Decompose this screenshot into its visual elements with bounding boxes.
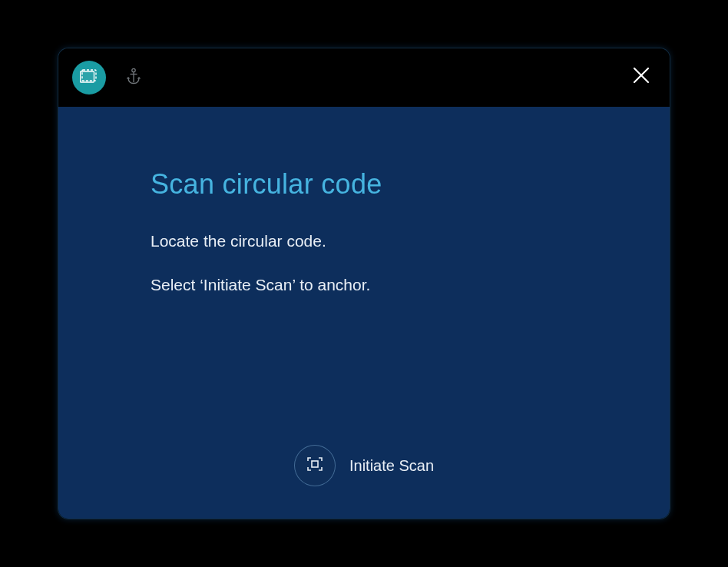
- dialog-header: [58, 48, 670, 107]
- initiate-scan-button[interactable]: Initiate Scan: [294, 445, 434, 486]
- initiate-scan-label: Initiate Scan: [349, 457, 434, 475]
- svg-rect-1: [81, 71, 94, 82]
- anchor-icon: [126, 68, 141, 88]
- svg-rect-7: [312, 461, 318, 467]
- instruction-text-2: Select ‘Initiate Scan’ to anchor.: [151, 274, 577, 296]
- dialog-panel: Scan circular code Locate the circular c…: [58, 48, 670, 519]
- tab-scan[interactable]: [72, 61, 106, 94]
- action-bar: Initiate Scan: [58, 445, 670, 486]
- tab-anchor[interactable]: [117, 61, 151, 94]
- page-title: Scan circular code: [151, 168, 577, 201]
- scan-target-icon: [306, 455, 324, 476]
- instruction-text-1: Locate the circular code.: [151, 230, 577, 252]
- close-icon: [631, 65, 651, 88]
- scan-frame-icon: [80, 68, 98, 87]
- close-button[interactable]: [630, 65, 653, 88]
- svg-point-2: [132, 68, 135, 71]
- scan-icon-circle: [294, 445, 336, 486]
- dialog-content: Scan circular code Locate the circular c…: [58, 107, 670, 519]
